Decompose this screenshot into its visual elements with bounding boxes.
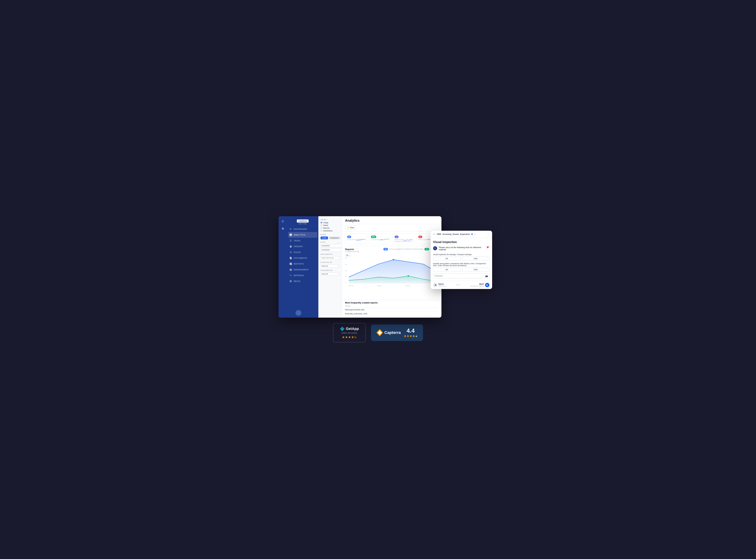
getapp-diamond-icon: >> — [340, 326, 345, 331]
step-instruction: Please carry out the following tests for… — [439, 246, 485, 251]
capterra-number: 4.4 — [407, 328, 414, 334]
status-dot — [471, 233, 473, 235]
dashboard-icon: 👁 — [290, 228, 292, 230]
nok-button-1[interactable]: NOK — [462, 256, 489, 261]
sidebar-item-label-management: MANAGEMENT — [294, 269, 309, 271]
sidebar-item-documents[interactable]: 📄 DOCUMENTS — [287, 255, 318, 261]
frequent-section: Most frequently created reports TITLE Wa… — [342, 300, 441, 318]
comment-row: 📷 — [433, 274, 489, 278]
chart-dropdown[interactable]: 23 ▾ — [345, 254, 351, 257]
chevron-down-icon[interactable]: ▾ — [474, 233, 475, 235]
started-by-select-wrapper: Show all ▾ — [321, 264, 340, 268]
ok-button-1[interactable]: OK — [433, 256, 461, 261]
document-search-input[interactable] — [322, 257, 342, 259]
sidebar-item-dashboard[interactable]: 👁 DASHBOARD — [287, 226, 318, 232]
check-label-1: visual inspection for damage / transport… — [433, 253, 489, 255]
next-label-group: NEXT Sampling (if required) — [470, 283, 484, 287]
rules-icon: ⚙ — [290, 251, 292, 254]
chart-y-labels: 0 5 10 15 20 — [345, 258, 347, 287]
getapp-stars: ★★★★½ — [338, 335, 361, 339]
filter-view-reports[interactable]: Reports — [321, 227, 340, 229]
view-usage-label: Usage — [323, 222, 328, 224]
getapp-badge: >> GetApp USER REVIEWS ★★★★½ — [333, 323, 366, 342]
table-row: Wartungscheckliste (de) — [345, 308, 438, 312]
date-to-input[interactable] — [321, 248, 342, 251]
ok-button-2[interactable]: OK — [433, 268, 461, 272]
filter-label: Filter — [350, 226, 354, 229]
comment-input[interactable] — [435, 275, 484, 277]
back-button[interactable]: ◀ BACK Order entry — [433, 283, 446, 287]
sidebar: ☰ ⊞ cioplenu EDITOR 👁 DASHBOARD 📊 ANALYT… — [278, 216, 318, 318]
next-button[interactable]: NEXT Sampling (if required) ▶ — [470, 283, 489, 287]
next-circle: ▶ — [485, 283, 489, 287]
nok-button-2[interactable]: NOK — [462, 268, 489, 272]
sidebar-item-media[interactable]: 🖼 MEDIA — [287, 278, 318, 284]
documents-section-title: DOCUMENTS — [321, 253, 340, 255]
sidebar-item-orders[interactable]: 📋 ORDERS — [287, 244, 318, 249]
grid-icon[interactable]: ⊞ — [280, 226, 286, 231]
x-label-oct13: Oct 13 — [349, 285, 353, 287]
sidebar-item-rules[interactable]: ⚙ RULES — [287, 249, 318, 255]
sidebar-item-reports[interactable]: 📈 REPORTS — [287, 261, 318, 267]
mode-comparison-tab[interactable]: Comparison — [329, 237, 340, 239]
radio-usage — [321, 222, 322, 223]
stat-badge-processed: 63 — [347, 236, 351, 238]
chart-badge-label-total: TOTAL NUMBER OF REPORTS PROCESSED — [389, 248, 423, 250]
date-more-button[interactable]: ... — [337, 241, 339, 244]
documents-icon: 📄 — [290, 256, 292, 260]
sidebar-bottom: 👤 — [278, 310, 318, 316]
camera-icon[interactable]: 📷 — [485, 275, 488, 277]
date-section-title: DATE ... — [321, 241, 340, 243]
mode-single-tab[interactable]: Single — [321, 237, 328, 239]
sidebar-brand: cioplenu EDITOR — [287, 218, 318, 226]
sidebar-item-tasks[interactable]: ☰ TASKS — [287, 238, 318, 244]
y-label-20: 20 — [345, 258, 347, 259]
step-number: 1 — [433, 246, 437, 250]
sidebar-item-analytics[interactable]: 📊 ANALYTICS — [288, 232, 317, 238]
getapp-name: GetApp — [346, 327, 359, 331]
bottom-badges: >> GetApp USER REVIEWS ★★★★½ Capterra 4.… — [278, 323, 478, 342]
sidebar-item-label-orders: ORDERS — [294, 245, 303, 248]
reports-icon: 📈 — [290, 262, 292, 265]
main-content: Analytics ⚡ Filter 63 TOTAL PROCESSED — [342, 216, 441, 318]
chart-dropdown-value: 23 — [346, 254, 348, 256]
document-search-row: 🔍 — [321, 256, 340, 260]
back-label: BACK — [438, 283, 446, 285]
modal-header-left: ✕ 7809 Incoming_Goods_Inspection ▾ — [433, 233, 475, 236]
management-icon: 🏢 — [290, 268, 292, 271]
x-label-oct15: Oct 15 — [406, 285, 410, 287]
modal-close-button[interactable]: ✕ — [433, 233, 435, 236]
filter-view-interactions[interactable]: Interactions — [321, 230, 340, 232]
finished-by-select-wrapper: Show all ▾ — [321, 272, 340, 275]
filter-view-failed[interactable]: Failed — [321, 224, 340, 226]
svg-point-7 — [393, 259, 394, 261]
y-label-10: 10 — [345, 270, 347, 271]
date-from-input[interactable] — [321, 244, 342, 247]
sparkline-processed — [357, 238, 365, 243]
next-label: NEXT — [470, 283, 484, 285]
started-by-select[interactable]: Show all — [321, 264, 340, 268]
filter-button[interactable]: ⚡ Filter — [345, 226, 356, 230]
back-label-group: BACK Order entry — [438, 283, 446, 287]
sidebar-item-material[interactable]: ✕ MATERIAL — [287, 272, 318, 278]
sparkline-success — [380, 238, 389, 243]
sidebar-item-label-documents: DOCUMENTS — [294, 257, 307, 259]
user-avatar-button[interactable]: 👤 — [296, 310, 301, 316]
tasks-icon: ☰ — [290, 239, 292, 242]
next-sublabel: Sampling (if required) — [470, 285, 484, 287]
finished-by-select[interactable]: Show all — [321, 272, 340, 275]
chart-badge-reports: 10 — [425, 248, 429, 250]
capterra-badge: Capterra 4.4 ★★★★★ — [371, 325, 423, 341]
sidebar-item-label-dashboard: DASHBOARD — [294, 228, 307, 230]
started-by-section-title: STARTED BY — [321, 262, 340, 263]
modal-more-button[interactable]: ⋮ — [487, 232, 489, 236]
sidebar-item-management[interactable]: 🏢 MANAGEMENT — [287, 267, 318, 272]
hamburger-menu-icon[interactable]: ☰ — [280, 218, 286, 224]
back-circle: ◀ — [433, 283, 437, 287]
sidebar-item-label-rules: RULES — [294, 251, 301, 253]
flag-icon[interactable]: 🚩 — [486, 246, 489, 251]
inspection-modal: ✕ 7809 Incoming_Goods_Inspection ▾ ⋮ Vis… — [431, 231, 492, 289]
view-interactions-label: Interactions — [323, 230, 333, 232]
table-row: Assembly_Instruction_1410 — [345, 312, 438, 316]
filter-view-usage[interactable]: Usage — [321, 222, 340, 224]
